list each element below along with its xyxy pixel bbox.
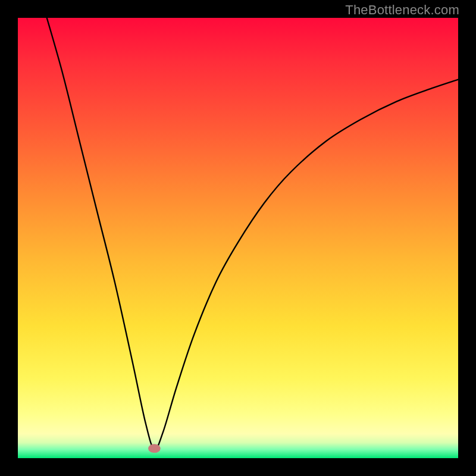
- minimum-marker: [148, 444, 161, 453]
- chart-svg: [0, 0, 476, 476]
- watermark-text: TheBottleneck.com: [345, 2, 459, 18]
- plot-background: [18, 18, 458, 458]
- chart-root: TheBottleneck.com: [0, 0, 476, 476]
